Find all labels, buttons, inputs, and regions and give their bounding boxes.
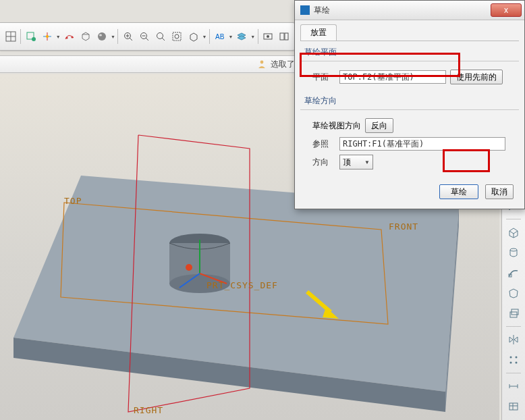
rtool-box-icon[interactable] (504, 224, 523, 241)
view-direction-label: 草绘视图方向 (312, 120, 361, 132)
cancel-button-label: 取消 (491, 186, 507, 198)
orientation-label: 方向 (312, 157, 335, 168)
datum-label-right: RIGHT (134, 405, 163, 415)
dropdown-icon[interactable]: ▼ (250, 34, 256, 39)
reference-label: 参照 (312, 138, 335, 150)
dialog-title: 草绘 (314, 5, 491, 16)
svg-rect-22 (173, 32, 181, 41)
svg-point-9 (71, 36, 73, 38)
tool-zoom-out-icon[interactable] (137, 28, 153, 45)
rtool-mirror-icon[interactable] (504, 331, 523, 348)
status-text: 选取了 (271, 59, 295, 70)
rtool-table-icon[interactable] (504, 398, 523, 415)
tool-wireframe-icon[interactable] (78, 28, 93, 45)
datum-label-top: TOP (64, 196, 82, 206)
dropdown-icon[interactable]: ▼ (202, 34, 207, 39)
tool-zoom-in-icon[interactable] (120, 28, 136, 45)
plane-field[interactable]: TOP:F2(基准平面) (339, 70, 446, 84)
svg-text:AB: AB (215, 33, 225, 41)
svg-line-21 (162, 38, 165, 41)
reverse-button[interactable]: 反向 (365, 118, 393, 133)
tool-orient-icon[interactable] (186, 28, 201, 45)
tool-view-icon[interactable] (260, 28, 276, 45)
rtool-dim-icon[interactable] (504, 377, 523, 395)
svg-point-29 (260, 61, 264, 64)
group-direction-title: 草绘方向 (304, 95, 519, 107)
datum-label-front: FRONT (389, 221, 418, 232)
svg-point-49 (510, 357, 512, 359)
svg-point-50 (516, 357, 518, 359)
svg-point-7 (46, 35, 49, 38)
dialog-app-icon (300, 5, 310, 15)
svg-line-18 (146, 38, 148, 41)
rtool-blend-icon[interactable] (504, 284, 523, 302)
tool-annotation-icon[interactable]: AB (212, 28, 227, 45)
use-previous-label: 使用先前的 (456, 72, 497, 83)
csys-label: PRT_CSYS_DEF (206, 280, 278, 290)
tab-placement[interactable]: 放置 (300, 24, 337, 41)
tool-curve-icon[interactable] (61, 28, 77, 45)
rtool-revolve-icon[interactable] (504, 244, 523, 261)
svg-point-8 (65, 36, 67, 38)
tool-select-icon[interactable] (23, 28, 38, 45)
sketch-dialog: 草绘 x 放置 草绘平面 平面 TOP:F2(基准平面) 使用先前的 草绘方向 … (294, 0, 525, 209)
reference-field[interactable]: RIGHT:F1(基准平面) (339, 137, 505, 151)
orientation-combo[interactable]: 顶 ▼ (339, 155, 373, 169)
reference-value: RIGHT:F1(基准平面) (343, 138, 424, 150)
use-previous-button[interactable]: 使用先前的 (450, 70, 503, 84)
reverse-label: 反向 (371, 120, 387, 132)
svg-point-52 (516, 362, 518, 364)
tool-shaded-icon[interactable] (94, 28, 110, 45)
svg-rect-27 (280, 33, 284, 40)
svg-point-40 (186, 264, 192, 271)
tool-view2-icon[interactable] (277, 28, 292, 45)
dropdown-icon[interactable]: ▼ (55, 34, 61, 39)
orientation-value: 顶 (343, 157, 351, 168)
tool-axis-icon[interactable] (39, 28, 55, 45)
sketch-button-label: 草绘 (451, 186, 467, 198)
tool-zoom-fit-icon[interactable] (153, 28, 169, 45)
cancel-button[interactable]: 取消 (485, 184, 514, 199)
rtool-extrude-icon[interactable] (504, 305, 523, 322)
person-icon (257, 59, 267, 69)
svg-point-4 (32, 37, 36, 41)
dialog-tabs: 放置 (300, 24, 519, 41)
rtool-sweep-icon[interactable] (504, 264, 523, 282)
svg-point-26 (267, 35, 269, 38)
group-plane-title: 草绘平面 (304, 47, 519, 58)
svg-point-23 (175, 34, 179, 38)
svg-line-14 (130, 38, 132, 41)
svg-rect-56 (509, 403, 518, 410)
dialog-titlebar[interactable]: 草绘 x (295, 1, 524, 20)
dropdown-icon[interactable]: ▼ (111, 34, 116, 39)
dropdown-icon[interactable]: ▼ (228, 34, 233, 39)
chevron-down-icon: ▼ (364, 159, 370, 165)
tool-grid-icon[interactable] (3, 28, 18, 45)
svg-point-12 (99, 34, 102, 36)
svg-point-44 (510, 248, 517, 251)
svg-point-51 (510, 362, 512, 364)
plane-value: TOP:F2(基准平面) (343, 72, 414, 83)
main-toolbar: ▼ ▼ ▼ AB ▼ ▼ (0, 22, 296, 51)
tool-layers-icon[interactable] (234, 28, 250, 45)
svg-rect-28 (285, 33, 288, 40)
rtool-pattern-icon[interactable] (504, 351, 523, 369)
svg-point-11 (98, 32, 106, 41)
plane-label: 平面 (312, 72, 335, 83)
close-icon: x (504, 5, 508, 15)
tool-refit-icon[interactable] (169, 28, 185, 45)
sketch-button[interactable]: 草绘 (439, 184, 478, 199)
right-toolbar (501, 173, 525, 420)
close-button[interactable]: x (491, 3, 522, 17)
status-bar: 选取了 (0, 55, 300, 73)
